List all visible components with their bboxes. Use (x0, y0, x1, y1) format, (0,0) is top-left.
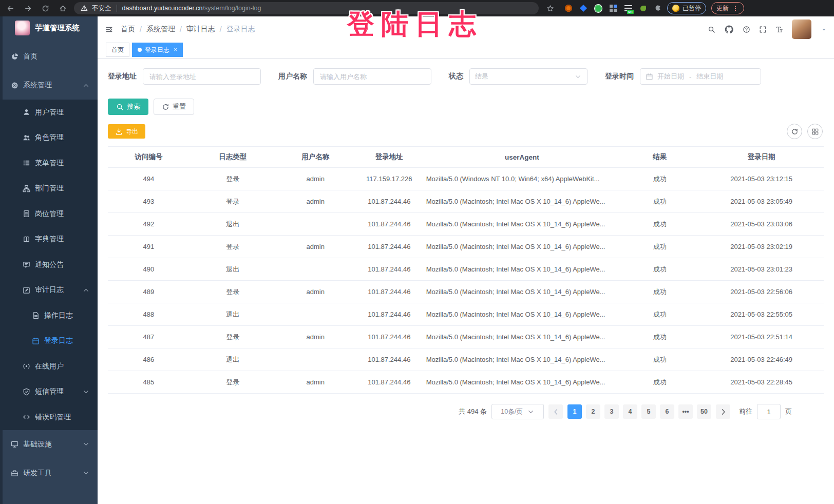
pagination-page-5[interactable]: 5 (641, 404, 656, 419)
pagination-more[interactable]: ••• (678, 404, 693, 419)
table-row[interactable]: 488退出101.87.244.46Mozilla/5.0 (Macintosh… (108, 303, 824, 326)
sidebar-item-post-mgmt[interactable]: 岗位管理 (0, 201, 98, 227)
search-icon[interactable] (708, 26, 715, 33)
security-label[interactable]: 不安全 (92, 4, 111, 13)
export-button-label: 导出 (126, 127, 138, 136)
extension-grid-icon[interactable] (609, 4, 617, 12)
breadcrumb-item[interactable]: 系统管理 (146, 25, 175, 34)
table-row[interactable]: 487登录admin101.87.244.46Mozilla/5.0 (Maci… (108, 326, 824, 348)
table-refresh-button[interactable] (787, 124, 802, 139)
github-icon[interactable] (724, 25, 734, 34)
breadcrumb-item: 登录日志 (226, 25, 255, 34)
paused-badge[interactable]: 已暂停 (667, 2, 706, 14)
filter-time-label: 登录时间 (605, 72, 634, 81)
user-avatar[interactable] (792, 20, 811, 39)
url-bar[interactable]: 不安全 dashboard.yudao.iocoder.cn/system/lo… (74, 2, 539, 14)
table-row[interactable]: 492退出101.87.244.46Mozilla/5.0 (Macintosh… (108, 213, 824, 236)
sidebar-item-user-mgmt[interactable]: 用户管理 (0, 100, 98, 125)
forward-icon[interactable] (22, 5, 34, 12)
sidebar-item-dict-mgmt[interactable]: 字典管理 (0, 227, 98, 253)
extension-leaf-icon[interactable] (639, 4, 647, 12)
table-row[interactable]: 491登录admin101.87.244.46Mozilla/5.0 (Maci… (108, 236, 824, 258)
next-page-button[interactable] (716, 404, 730, 419)
caret-down-icon[interactable] (820, 26, 828, 33)
tab-home[interactable]: 首页 (106, 43, 129, 57)
page-size-select[interactable]: 10条/页 (491, 404, 544, 419)
sidebar-item-role-mgmt[interactable]: 角色管理 (0, 125, 98, 151)
calendar-icon (32, 337, 40, 345)
sidebar-item-audit-log[interactable]: 审计日志 (0, 278, 98, 303)
table-cell: admin (276, 198, 355, 205)
chevron-down-icon (82, 388, 90, 396)
table-cell: 101.87.244.46 (355, 220, 424, 228)
reset-button[interactable]: 重置 (154, 99, 194, 115)
bookmark-star-icon[interactable] (544, 5, 556, 12)
status-select[interactable]: 结果 (469, 68, 587, 85)
column-settings-button[interactable] (807, 124, 823, 139)
update-button[interactable]: 更新 (711, 2, 744, 14)
pagination: 共 494 条 10条/页 123456•••50 前往 页 (108, 404, 824, 419)
breadcrumb-item[interactable]: 审计日志 (186, 25, 215, 34)
sidebar-item-infra[interactable]: 基础设施 (0, 430, 98, 459)
extension-orange-icon[interactable] (564, 4, 573, 12)
extensions-puzzle-icon[interactable] (654, 5, 662, 12)
sidebar-item-menu-mgmt[interactable]: 菜单管理 (0, 150, 98, 176)
table-row[interactable]: 494登录admin117.159.17.226Mozilla/5.0 (Win… (108, 168, 824, 190)
back-icon[interactable] (4, 5, 16, 12)
table-cell: 101.87.244.46 (355, 198, 424, 205)
login-time-range-picker[interactable]: 开始日期 - 结束日期 (640, 68, 761, 85)
sidebar-item-home[interactable]: 首页 (0, 42, 98, 71)
reset-button-label: 重置 (173, 102, 186, 111)
table-cell: 成功 (620, 310, 699, 319)
sidebar-logo-row[interactable]: 芋道管理系统 (0, 16, 98, 39)
prev-page-button[interactable] (548, 404, 563, 419)
login-address-input[interactable] (143, 68, 261, 85)
calendar-icon (646, 73, 653, 81)
sidebar-item-dev-tools[interactable]: 研发工具 (0, 459, 98, 488)
sidebar-item-op-log[interactable]: 操作日志 (0, 303, 98, 328)
table-row[interactable]: 493登录admin101.87.244.46Mozilla/5.0 (Maci… (108, 190, 824, 213)
search-icon (116, 103, 124, 111)
table-row[interactable]: 486退出101.87.244.46Mozilla/5.0 (Macintosh… (108, 348, 824, 371)
home-icon[interactable] (56, 5, 69, 12)
pagination-page-50[interactable]: 50 (697, 404, 711, 419)
breadcrumb-separator: / (220, 25, 222, 33)
breadcrumb-item[interactable]: 首页 (121, 25, 135, 34)
sidebar-item-errcode-mgmt[interactable]: 错误码管理 (0, 404, 98, 430)
help-icon[interactable] (743, 26, 750, 33)
edit-icon (23, 286, 30, 294)
table-cell: Mozilla/5.0 (Macintosh; Intel Mac OS X 1… (424, 288, 620, 296)
extension-green-icon[interactable] (594, 4, 602, 12)
sidebar-item-dept-mgmt[interactable]: 部门管理 (0, 176, 98, 202)
pagination-page-2[interactable]: 2 (586, 404, 600, 419)
table-cell: Mozilla/5.0 (Macintosh; Intel Mac OS X 1… (424, 198, 620, 205)
table-cell: 2021-05-03 22:55:05 (699, 311, 824, 318)
pagination-page-6[interactable]: 6 (660, 404, 674, 419)
sidebar-item-login-log[interactable]: 登录日志 (0, 328, 98, 354)
table-row[interactable]: 490退出101.87.244.46Mozilla/5.0 (Macintosh… (108, 258, 824, 281)
fullscreen-icon[interactable] (759, 26, 767, 33)
font-size-icon[interactable] (775, 26, 783, 33)
username-input[interactable] (313, 68, 431, 85)
table-row[interactable]: 485登录admin101.87.244.46Mozilla/5.0 (Maci… (108, 371, 824, 394)
sidebar-item-sms-mgmt[interactable]: 短信管理 (0, 379, 98, 405)
tab-login-log[interactable]: 登录日志 × (132, 43, 183, 57)
pagination-page-4[interactable]: 4 (623, 404, 637, 419)
reload-icon[interactable] (39, 5, 51, 12)
sidebar-item-online-user[interactable]: 在线用户 (0, 354, 98, 379)
goto-page-input[interactable] (757, 404, 781, 419)
kebab-menu-icon[interactable] (732, 5, 739, 12)
app-title: 芋道管理系统 (35, 23, 80, 33)
extension-list-icon[interactable]: on (624, 4, 632, 12)
sidebar-item-system[interactable]: 系统管理 (0, 71, 98, 100)
search-button[interactable]: 搜索 (108, 99, 148, 115)
export-button[interactable]: 导出 (108, 124, 145, 139)
sidebar-item-notice[interactable]: 通知公告 (0, 252, 98, 278)
sidebar-collapse-icon[interactable] (105, 26, 113, 33)
table-row[interactable]: 489登录admin101.87.244.46Mozilla/5.0 (Maci… (108, 281, 824, 303)
pagination-page-1[interactable]: 1 (567, 404, 582, 419)
page-content: 登录地址 用户名称 状态 结果 登录时间 开始日期 - 结束日期 (98, 59, 834, 504)
tab-close-icon[interactable]: × (174, 46, 177, 53)
extension-diamond-icon[interactable] (579, 4, 587, 12)
pagination-page-3[interactable]: 3 (604, 404, 619, 419)
